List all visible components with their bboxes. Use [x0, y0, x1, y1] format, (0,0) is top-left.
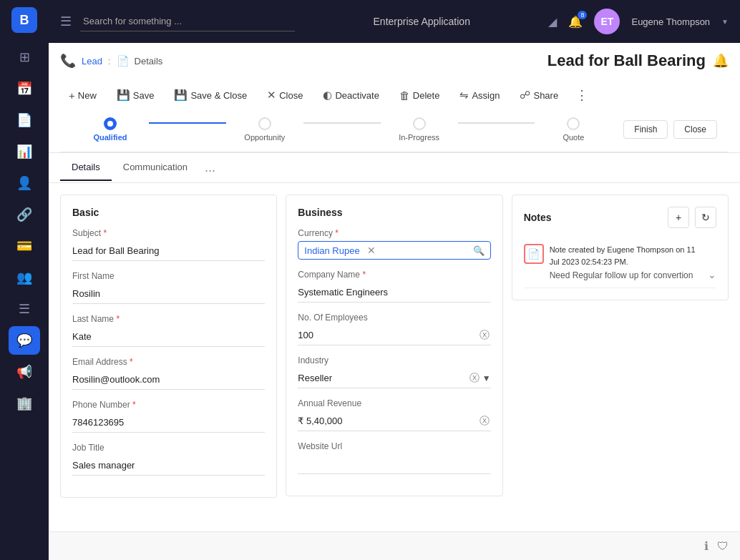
industry-select[interactable]: Reseller — [298, 368, 469, 388]
website-label: Website Url — [298, 441, 490, 451]
currency-field-group: Currency * Indian Rupee ✕ 🔍 — [298, 228, 490, 260]
revenue-field-group: Annual Revenue ⓧ — [298, 398, 490, 431]
sidebar-item-megaphone[interactable]: 📢 — [9, 358, 40, 386]
pipeline-step-opportunity[interactable]: Opportunity — [226, 117, 303, 142]
breadcrumb-lead[interactable]: Lead — [82, 56, 102, 67]
tab-communication[interactable]: Communication — [112, 154, 199, 181]
sidebar-item-network[interactable]: 🔗 — [9, 200, 40, 229]
page-bell-icon[interactable]: 🔔 — [713, 53, 729, 69]
close-button[interactable]: ✕ Close — [258, 84, 311, 106]
notes-add-button[interactable]: + — [668, 207, 689, 228]
employees-clear-button[interactable]: ⓧ — [478, 328, 491, 343]
sidebar-item-wallet[interactable]: 💳 — [9, 232, 40, 260]
username-chevron-icon[interactable]: ▼ — [721, 18, 729, 26]
tab-details[interactable]: Details — [60, 154, 112, 181]
revenue-input[interactable] — [298, 411, 477, 431]
currency-value: Indian Rupee — [304, 245, 359, 256]
close-icon: ✕ — [267, 89, 276, 102]
save-close-button[interactable]: 💾 Save & Close — [165, 84, 255, 106]
notification-bell[interactable]: 🔔 8 — [568, 15, 583, 29]
pipeline-connector-1 — [149, 122, 226, 124]
form-body: Basic Subject * First Name Last Name * — [49, 183, 740, 509]
username[interactable]: Eugene Thompson — [631, 16, 710, 27]
assign-button[interactable]: ⇋ Assign — [451, 84, 508, 106]
website-field-group: Website Url — [298, 441, 490, 474]
save-close-label: Save & Close — [190, 90, 247, 101]
revenue-clear-button[interactable]: ⓧ — [478, 413, 491, 429]
app-logo[interactable]: B — [11, 7, 37, 33]
pipeline-dot-inprogress — [413, 117, 426, 130]
pipeline-step-inprogress[interactable]: In-Progress — [381, 117, 458, 142]
toolbar-more-button[interactable]: ⋮ — [570, 83, 594, 107]
sidebar-item-list[interactable]: ☰ — [9, 295, 40, 323]
app-name: Enterprise Application — [374, 16, 470, 27]
pipeline-label-quote: Quote — [563, 133, 584, 142]
filter-icon[interactable]: ◢ — [548, 15, 557, 29]
revenue-field: ⓧ — [298, 411, 490, 431]
business-section: Business Currency * Indian Rupee ✕ 🔍 Com… — [286, 195, 502, 496]
lastname-input[interactable] — [72, 327, 265, 347]
company-input[interactable] — [298, 283, 490, 303]
phone-field-group: Phone Number * — [72, 400, 265, 433]
page-header: 📞 Lead : 📄 Details Lead for Ball Bearing… — [49, 43, 740, 153]
sidebar-item-document[interactable]: 📄 — [9, 106, 40, 134]
basic-section: Basic Subject * First Name Last Name * — [60, 195, 277, 498]
new-button[interactable]: + New — [60, 85, 105, 106]
avatar-initials: ET — [601, 16, 614, 27]
sidebar-item-people[interactable]: 👥 — [9, 263, 40, 292]
menu-icon[interactable]: ☰ — [60, 14, 72, 29]
phone-input[interactable] — [72, 413, 265, 433]
breadcrumb-details[interactable]: Details — [135, 56, 163, 67]
pipeline-connector-2 — [303, 122, 381, 124]
subject-field-group: Subject * — [72, 228, 265, 261]
sidebar-item-calendar[interactable]: 📅 — [9, 74, 40, 103]
assign-label: Assign — [472, 90, 500, 101]
notes-header: Notes + ↻ — [524, 207, 716, 228]
delete-button[interactable]: 🗑 Delete — [391, 85, 449, 106]
employees-label: No. Of Employees — [298, 313, 490, 323]
currency-search-icon[interactable]: 🔍 — [473, 245, 485, 256]
notes-refresh-button[interactable]: ↻ — [695, 207, 716, 228]
tab-more-button[interactable]: ... — [199, 153, 221, 182]
pipeline-step-quote[interactable]: Quote — [535, 117, 612, 142]
note-item: 📄 Note created by Eugene Thompson on 11 … — [524, 237, 716, 288]
email-label: Email Address * — [72, 357, 265, 367]
sidebar-item-dashboard[interactable]: ⊞ — [9, 43, 40, 72]
note-meta: Note created by Eugene Thompson on 11 Ju… — [550, 244, 702, 267]
email-input[interactable] — [72, 370, 265, 390]
employees-input[interactable] — [298, 325, 477, 345]
sidebar-item-chat[interactable]: 💬 — [9, 326, 40, 355]
save-button[interactable]: 💾 Save — [108, 84, 163, 106]
notification-badge: 8 — [578, 11, 587, 19]
pipeline-dot-qualified — [104, 117, 117, 130]
industry-clear-icon[interactable]: ⓧ — [469, 372, 479, 385]
pipeline-close-button[interactable]: Close — [673, 120, 717, 139]
sidebar-item-contacts[interactable]: 👤 — [9, 169, 40, 197]
delete-label: Delete — [413, 90, 440, 101]
sidebar-item-building[interactable]: 🏢 — [9, 389, 40, 418]
save-close-icon: 💾 — [174, 89, 188, 102]
industry-chevron-icon[interactable]: ▼ — [482, 373, 491, 383]
website-input[interactable] — [298, 454, 490, 474]
subject-input[interactable] — [72, 241, 265, 261]
firstname-input[interactable] — [72, 284, 265, 304]
jobtitle-input[interactable] — [72, 456, 265, 476]
lead-icon: 📞 — [60, 53, 76, 69]
breadcrumb-separator: : — [108, 56, 111, 67]
shield-icon[interactable]: 🛡 — [717, 540, 729, 553]
currency-field[interactable]: Indian Rupee ✕ 🔍 — [298, 241, 490, 260]
email-field-group: Email Address * — [72, 357, 265, 390]
avatar[interactable]: ET — [594, 9, 620, 34]
info-icon[interactable]: ℹ — [704, 539, 709, 553]
notes-title: Notes — [524, 212, 552, 223]
close-label: Close — [279, 90, 303, 101]
sidebar-item-chart[interactable]: 📊 — [9, 137, 40, 166]
search-input[interactable] — [80, 11, 295, 31]
note-expand-icon[interactable]: ⌄ — [708, 269, 716, 280]
currency-clear-icon[interactable]: ✕ — [367, 245, 376, 256]
pipeline-dot-opportunity — [258, 117, 271, 130]
deactivate-button[interactable]: ◐ Deactivate — [314, 84, 387, 106]
pipeline-step-qualified[interactable]: Qualified — [72, 117, 149, 142]
pipeline-finish-button[interactable]: Finish — [623, 120, 668, 139]
share-button[interactable]: ☍ Share — [511, 84, 567, 106]
